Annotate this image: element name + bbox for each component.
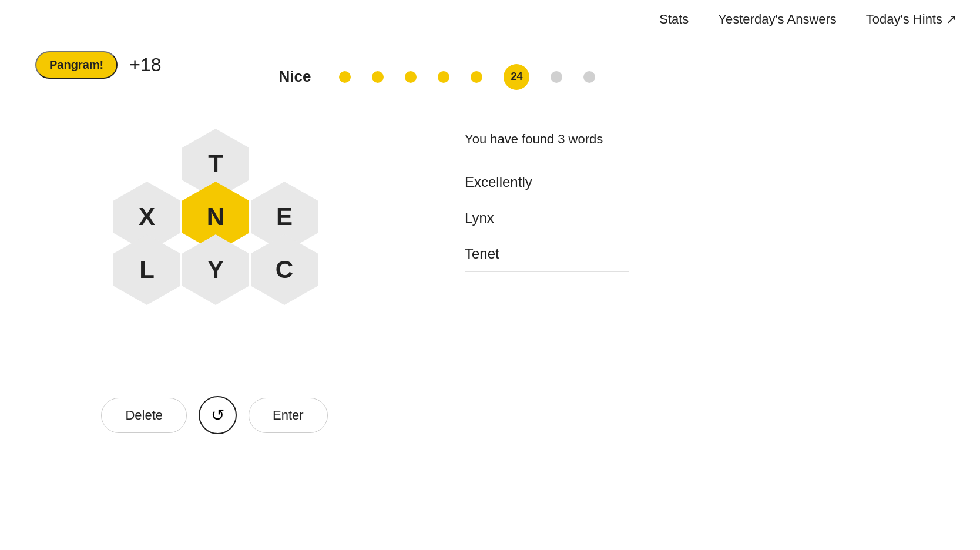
score-area: Pangram! +18 (35, 51, 162, 79)
progress-dot-8 (583, 71, 595, 83)
progress-dots: 24 (328, 64, 606, 90)
hex-letter-E: E (276, 203, 293, 231)
right-panel: You have found 3 words Excellently Lynx … (429, 108, 980, 550)
todays-hints-link[interactable]: Today's Hints ↗ (866, 12, 956, 27)
word-item-1: Excellently (465, 165, 629, 200)
left-panel: T X E (0, 108, 429, 550)
hex-C[interactable]: C (246, 232, 323, 308)
hex-Y[interactable]: Y (177, 232, 254, 308)
score-display: +18 (129, 54, 161, 76)
pangram-badge[interactable]: Pangram! (35, 51, 118, 79)
found-count: You have found 3 words (465, 132, 945, 147)
hex-L[interactable]: L (109, 232, 185, 308)
hex-letter-X: X (139, 203, 155, 231)
hints-arrow-icon: ↗ (946, 12, 956, 27)
hex-letter-Y: Y (207, 256, 224, 284)
hex-letter-C: C (276, 256, 293, 284)
bottom-buttons: Delete ↺ Enter (101, 396, 327, 434)
hex-letter-N: N (207, 203, 224, 231)
progress-dot-5 (471, 71, 482, 83)
shuffle-icon: ↺ (211, 407, 224, 424)
progress-dot-1 (339, 71, 351, 83)
progress-dot-3 (405, 71, 417, 83)
header: Stats Yesterday's Answers Today's Hints … (0, 0, 980, 39)
stats-link[interactable]: Stats (659, 12, 689, 27)
honeycomb: T X E (91, 126, 338, 378)
hex-letter-L: L (139, 256, 155, 284)
progress-dot-2 (372, 71, 384, 83)
progress-dot-current: 24 (504, 64, 529, 90)
word-item-2: Lynx (465, 200, 629, 236)
word-item-3: Tenet (465, 236, 629, 272)
shuffle-button[interactable]: ↺ (199, 396, 237, 434)
yesterdays-answers-link[interactable]: Yesterday's Answers (718, 12, 837, 27)
progress-dot-7 (551, 71, 562, 83)
enter-button[interactable]: Enter (249, 398, 328, 433)
hints-label: Today's Hints (866, 12, 942, 27)
delete-button[interactable]: Delete (101, 398, 187, 433)
word-list: Excellently Lynx Tenet (465, 165, 945, 272)
level-label: Nice (279, 68, 311, 86)
hex-letter-T: T (208, 150, 223, 178)
progress-dot-4 (438, 71, 449, 83)
